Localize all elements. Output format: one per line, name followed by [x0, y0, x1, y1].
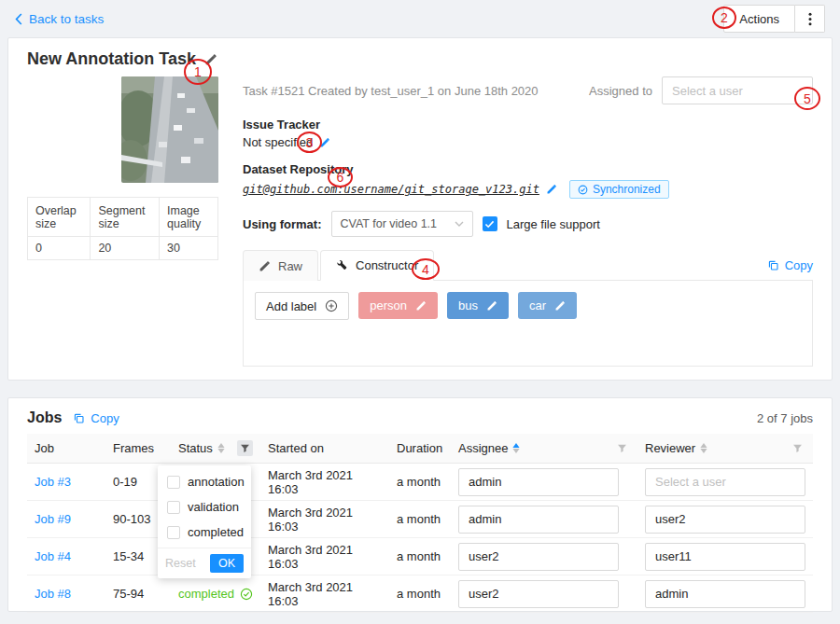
ellipsis-vertical-icon: [808, 12, 812, 26]
labels-constructor-area: Add label person bus: [243, 281, 813, 367]
issue-tracker-value: Not specified: [243, 135, 313, 149]
label-pill-name: car: [529, 298, 546, 312]
col-reviewer-label: Reviewer: [645, 441, 695, 455]
label-pill-bus[interactable]: bus: [447, 292, 509, 319]
chevron-down-icon: [455, 221, 464, 227]
param-value-quality: 30: [160, 237, 218, 260]
copy-labels-label: Copy: [785, 258, 813, 272]
tool-icon: [336, 259, 348, 271]
started-cell: March 3rd 2021 16:03: [260, 464, 389, 501]
tab-constructor[interactable]: Constructor: [320, 250, 434, 281]
annotation-checkbox[interactable]: [167, 476, 180, 489]
table-row: Job #9 90-103 March 3rd 2021 16:03 a mon…: [27, 501, 813, 538]
table-row: Job #8 75-94 completed March 3rd 2021 16…: [27, 575, 813, 613]
reviewer-sort-button[interactable]: [700, 443, 707, 453]
tab-constructor-label: Constructor: [356, 258, 418, 272]
plus-circle-icon: [325, 299, 338, 312]
task-info-column: Task #1521 Created by test_user_1 on Jun…: [243, 76, 813, 367]
label-pill-person[interactable]: person: [358, 292, 438, 319]
large-file-support-label: Large file support: [507, 217, 600, 231]
task-summary-column: Overlap size Segment size Image quality …: [27, 76, 218, 367]
started-cell: March 3rd 2021 16:03: [260, 501, 389, 538]
reviewer-input[interactable]: [645, 580, 805, 608]
param-value-segment: 20: [91, 237, 160, 260]
reviewer-input[interactable]: [645, 543, 805, 571]
assigned-to-label: Assigned to: [589, 84, 652, 98]
label-pill-car[interactable]: car: [518, 292, 577, 319]
edit-title-icon[interactable]: [204, 53, 217, 66]
job-link[interactable]: Job #3: [35, 475, 71, 489]
label-pill-name: person: [370, 298, 407, 312]
format-select-value: CVAT for video 1.1: [341, 217, 438, 230]
sync-status-label: Synchronized: [593, 183, 661, 196]
col-header-assignee: Assignee: [451, 434, 637, 464]
status-completed-label: completed: [178, 587, 234, 601]
actions-menu-button[interactable]: [795, 5, 825, 33]
assigned-to-input[interactable]: [662, 76, 813, 104]
assignee-input[interactable]: [458, 543, 619, 571]
reviewer-filter-icon[interactable]: [790, 440, 805, 456]
tab-raw[interactable]: Raw: [243, 250, 318, 281]
status-filter-icon[interactable]: [237, 440, 253, 456]
page-title: New Annotation Task: [27, 49, 196, 69]
jobs-table: Job Frames Status: [27, 434, 813, 613]
col-header-job: Job: [27, 434, 105, 464]
filter-option-completed[interactable]: completed: [158, 520, 251, 545]
copy-icon: [767, 259, 779, 271]
filter-option-annotation[interactable]: annotation: [158, 469, 251, 494]
job-link[interactable]: Job #9: [35, 512, 71, 526]
reviewer-input[interactable]: [645, 506, 805, 534]
back-to-tasks-link[interactable]: Back to tasks: [15, 12, 104, 26]
param-header-overlap: Overlap size: [28, 198, 91, 237]
assignee-input[interactable]: [458, 468, 619, 496]
labels-tabs-bar: Raw Constructor Copy: [243, 250, 813, 281]
started-cell: March 3rd 2021 16:03: [260, 538, 389, 575]
assigned-to-group: Assigned to: [589, 76, 813, 104]
actions-button[interactable]: Actions: [723, 5, 795, 33]
task-params-table: Overlap size Segment size Image quality …: [27, 197, 218, 260]
status-sort-button[interactable]: [217, 443, 225, 453]
filter-ok-button[interactable]: OK: [210, 554, 244, 573]
reviewer-input[interactable]: [645, 468, 805, 496]
assignee-input[interactable]: [458, 580, 619, 608]
add-label-button[interactable]: Add label: [255, 292, 349, 320]
col-header-reviewer: Reviewer: [637, 434, 813, 464]
job-link[interactable]: Job #4: [35, 549, 71, 563]
edit-label-icon[interactable]: [554, 300, 566, 312]
jobs-header: Jobs Copy 2 of 7 jobs: [27, 409, 813, 426]
tab-raw-label: Raw: [278, 259, 302, 273]
validation-checkbox[interactable]: [167, 501, 180, 514]
duration-cell: a month: [389, 501, 451, 538]
format-row: Using format: CVAT for video 1.1 Large f…: [243, 211, 813, 237]
actions-button-group: Actions: [723, 5, 825, 33]
format-select[interactable]: CVAT for video 1.1: [331, 211, 473, 237]
col-header-started-on: Started on: [260, 434, 389, 464]
col-header-duration: Duration: [389, 434, 451, 464]
task-preview-image: [121, 76, 218, 183]
param-header-segment: Segment size: [91, 198, 160, 237]
copy-jobs-link[interactable]: Copy: [73, 411, 119, 425]
edit-label-icon[interactable]: [415, 300, 427, 312]
assignee-input[interactable]: [458, 506, 619, 534]
duration-cell: a month: [389, 464, 451, 501]
frames-cell: 75-94: [105, 575, 171, 613]
duration-cell: a month: [389, 575, 451, 613]
completed-checkbox[interactable]: [167, 526, 180, 539]
col-header-frames: Frames: [105, 434, 171, 464]
sync-status-badge: Synchronized: [569, 180, 669, 199]
sync-check-icon: [578, 185, 588, 195]
job-link[interactable]: Job #8: [35, 587, 71, 601]
edit-issue-tracker-icon[interactable]: [319, 137, 330, 148]
copy-labels-link[interactable]: Copy: [767, 258, 813, 272]
large-file-support-checkbox[interactable]: [483, 216, 497, 231]
filter-reset-button[interactable]: Reset: [165, 557, 196, 570]
edit-repository-icon[interactable]: [546, 184, 557, 195]
using-format-label: Using format:: [243, 217, 322, 231]
back-to-tasks-label: Back to tasks: [29, 12, 104, 26]
edit-label-icon[interactable]: [486, 300, 497, 312]
assignee-sort-button[interactable]: [512, 443, 520, 453]
assignee-filter-icon[interactable]: [614, 440, 630, 456]
chevron-left-icon: [15, 13, 22, 25]
filter-option-validation[interactable]: validation: [158, 494, 251, 520]
col-assignee-label: Assignee: [458, 441, 508, 455]
